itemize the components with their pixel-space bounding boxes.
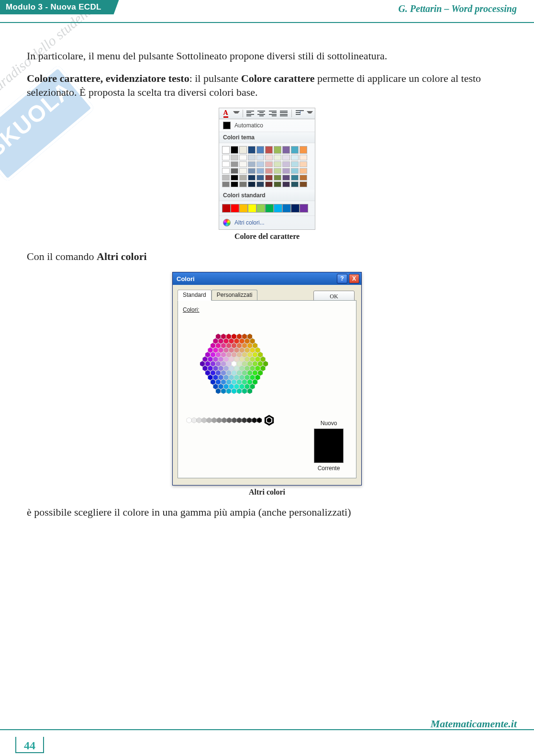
color-swatch[interactable] (291, 204, 300, 213)
color-swatch[interactable] (274, 161, 281, 167)
color-swatch[interactable] (265, 168, 273, 174)
color-swatch[interactable] (222, 168, 230, 174)
color-swatch[interactable] (256, 181, 264, 187)
color-swatch[interactable] (222, 204, 231, 213)
color-swatch[interactable] (265, 155, 273, 160)
color-swatch[interactable] (256, 146, 264, 154)
color-wheel-icon (223, 219, 231, 226)
color-swatch[interactable] (222, 175, 230, 181)
auto-color-row[interactable]: Automatico (219, 119, 315, 132)
color-swatch[interactable] (222, 155, 230, 160)
font-color-dropdown: A ↕ Automatico Colori tema (219, 108, 315, 230)
color-swatch[interactable] (248, 168, 256, 174)
color-swatch[interactable] (300, 146, 307, 154)
color-swatch[interactable] (300, 168, 307, 174)
color-swatch[interactable] (274, 146, 281, 154)
theme-shades-grid (219, 155, 315, 190)
color-swatch[interactable] (248, 146, 256, 154)
color-swatch[interactable] (256, 204, 265, 213)
color-swatch[interactable] (300, 175, 307, 181)
grayscale-row[interactable] (184, 415, 284, 427)
color-swatch[interactable] (222, 146, 230, 154)
color-swatch[interactable] (248, 155, 256, 160)
paragraph-1: In particolare, il menu del pulsante Sot… (27, 49, 507, 63)
color-swatch[interactable] (248, 161, 256, 167)
align-center-button[interactable] (257, 109, 266, 118)
color-swatch[interactable] (231, 155, 238, 160)
color-swatch[interactable] (300, 204, 308, 213)
color-swatch[interactable] (282, 168, 290, 174)
align-justify-button[interactable] (279, 109, 288, 118)
color-swatch[interactable] (291, 181, 299, 187)
color-swatch[interactable] (239, 161, 247, 167)
theme-colors-grid (219, 143, 315, 155)
figure-2-caption: Altri colori (27, 487, 507, 496)
color-swatch[interactable] (282, 181, 290, 187)
dialog-close-button[interactable]: X (349, 274, 359, 283)
color-swatch[interactable] (256, 155, 264, 160)
p3-bold: Altri colori (97, 250, 146, 262)
align-left-button[interactable] (245, 109, 255, 118)
tab-custom[interactable]: Personalizzati (211, 290, 258, 300)
color-swatch[interactable] (291, 161, 299, 167)
color-swatch[interactable] (222, 181, 230, 187)
dropdown-toolbar: A ↕ (219, 108, 315, 119)
color-swatch[interactable] (265, 146, 273, 154)
color-swatch[interactable] (248, 175, 256, 181)
color-swatch[interactable] (231, 168, 238, 174)
color-swatch[interactable] (231, 146, 238, 154)
color-swatch[interactable] (256, 161, 264, 167)
color-swatch[interactable] (239, 168, 247, 174)
color-swatch[interactable] (282, 155, 290, 160)
color-swatch[interactable] (282, 161, 290, 167)
color-swatch[interactable] (256, 175, 264, 181)
color-swatch[interactable] (239, 181, 247, 187)
page-footer: Matematicamente.it 44 (0, 729, 534, 756)
color-swatch[interactable] (291, 168, 299, 174)
dropdown-caret-icon[interactable] (233, 111, 239, 116)
color-swatch[interactable] (274, 155, 281, 160)
dialog-help-button[interactable]: ? (337, 274, 347, 283)
hex-color-picker[interactable] (184, 316, 284, 421)
tab-standard[interactable]: Standard (178, 290, 211, 300)
color-swatch[interactable] (239, 146, 247, 154)
footer-page-wrap: 44 (15, 737, 44, 753)
color-swatch[interactable] (231, 181, 238, 187)
font-color-button[interactable]: A (221, 109, 230, 118)
color-swatch[interactable] (265, 161, 273, 167)
color-swatch[interactable] (248, 181, 256, 187)
color-swatch[interactable] (239, 155, 247, 160)
color-swatch[interactable] (231, 204, 239, 213)
color-swatch[interactable] (265, 204, 274, 213)
color-swatch[interactable] (256, 168, 264, 174)
color-swatch[interactable] (282, 146, 290, 154)
color-swatch[interactable] (282, 175, 290, 181)
color-swatch[interactable] (300, 155, 307, 160)
figure-1-caption: Colore del carattere (27, 232, 507, 241)
color-swatch[interactable] (274, 175, 281, 181)
color-swatch[interactable] (291, 175, 299, 181)
dropdown-caret-icon[interactable] (307, 111, 313, 116)
color-swatch[interactable] (248, 204, 256, 213)
color-swatch[interactable] (222, 161, 230, 167)
color-swatch[interactable] (291, 155, 299, 160)
color-swatch[interactable] (274, 204, 282, 213)
color-swatch[interactable] (265, 181, 273, 187)
color-swatch[interactable] (300, 181, 307, 187)
color-swatch[interactable] (265, 175, 273, 181)
figure-color-dropdown: A ↕ Automatico Colori tema (27, 108, 507, 241)
color-swatch[interactable] (231, 161, 238, 167)
color-swatch[interactable] (291, 146, 299, 154)
color-swatch[interactable] (274, 181, 281, 187)
align-right-button[interactable] (268, 109, 277, 118)
color-swatch[interactable] (282, 204, 291, 213)
line-spacing-button[interactable]: ↕ (294, 109, 303, 118)
more-colors-row[interactable]: Altri colori... (219, 215, 315, 229)
color-swatch[interactable] (239, 175, 247, 181)
dialog-tab-panel: Colori: (178, 300, 356, 478)
color-swatch[interactable] (231, 175, 238, 181)
color-swatch[interactable] (300, 161, 307, 167)
color-swatch[interactable] (239, 204, 248, 213)
line-spacing-icon: ↕ (296, 110, 302, 117)
color-swatch[interactable] (274, 168, 281, 174)
